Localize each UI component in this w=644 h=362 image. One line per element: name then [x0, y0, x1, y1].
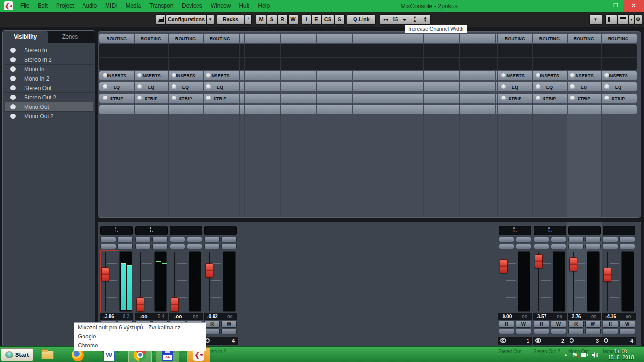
rack-cell-routing-ch8[interactable]: ROUTING — [601, 34, 636, 43]
visibility-item-stereo-out[interactable]: Stereo Out — [5, 83, 93, 93]
strip-button-2[interactable] — [204, 244, 220, 249]
fader-knob[interactable] — [535, 254, 543, 268]
fader-knob[interactable] — [500, 259, 508, 273]
automation-write-button[interactable]: W — [585, 321, 601, 328]
rack-cell-routing-ch6[interactable]: ROUTING — [532, 34, 567, 43]
automation-read-button[interactable]: R — [603, 321, 618, 328]
strip-button-0[interactable] — [603, 237, 618, 242]
strip-button-3[interactable] — [221, 244, 237, 249]
rack-bypass-led-icon[interactable] — [501, 84, 506, 89]
rack-cell-inserts-ch6[interactable]: INSERTS — [532, 71, 567, 80]
rack-bypass-led-icon[interactable] — [103, 73, 107, 78]
channel-visible-dot-icon[interactable] — [10, 66, 16, 72]
strip-button-0[interactable] — [100, 237, 116, 242]
strip-button-2[interactable] — [534, 244, 549, 249]
automation-write-button[interactable]: W — [221, 321, 237, 328]
strip-button-0[interactable] — [534, 237, 549, 242]
fader-knob[interactable] — [569, 257, 577, 272]
pan-control[interactable]: C — [135, 226, 168, 235]
strip-button-2[interactable] — [568, 244, 584, 249]
qlink-button[interactable]: Q-Link — [347, 14, 376, 25]
rack-cell-eq-ch3[interactable]: EQ — [168, 82, 203, 91]
rack-bypass-led-icon[interactable] — [501, 96, 506, 100]
strip-lower-button-0[interactable] — [603, 329, 618, 334]
toolbar-button-s[interactable]: S — [334, 14, 345, 25]
rack-cell-eq-ch8[interactable]: EQ — [601, 82, 636, 91]
rack-cell-eq-ch6[interactable]: EQ — [532, 82, 567, 91]
pan-control[interactable]: C — [100, 226, 133, 235]
strip-button-1[interactable] — [187, 237, 202, 242]
menu-project[interactable]: Project — [52, 0, 78, 12]
visibility-item-mono-out-2[interactable]: Mono Out 2 — [5, 112, 93, 121]
automation-write-button[interactable]: W — [551, 321, 566, 328]
menu-help[interactable]: Help — [254, 0, 274, 12]
channel-visible-dot-icon[interactable] — [10, 114, 16, 119]
strip-button-1[interactable] — [152, 237, 168, 242]
strip-lower-button-1[interactable] — [585, 329, 601, 334]
peak-db-value[interactable]: -oo — [551, 314, 567, 319]
rack-bypass-led-icon[interactable] — [172, 84, 176, 89]
strip-button-3[interactable] — [585, 244, 601, 249]
rack-cell-inserts-ch7[interactable]: INSERTS — [567, 71, 601, 80]
toolbar-button-w[interactable]: W — [288, 14, 298, 25]
strip-lower-button-1[interactable] — [619, 329, 635, 334]
strip-button-2[interactable] — [499, 244, 514, 249]
strip-button-0[interactable] — [499, 237, 514, 242]
automation-read-button[interactable]: R — [534, 321, 549, 328]
menu-audio[interactable]: Audio — [78, 0, 101, 12]
strip-button-1[interactable] — [619, 237, 635, 242]
tab-zones[interactable]: Zones — [48, 31, 92, 43]
strip-button-1[interactable] — [585, 237, 601, 242]
automation-read-button[interactable]: R — [499, 321, 514, 328]
strip-button-0[interactable] — [568, 237, 584, 242]
decrease-channel-width-button[interactable]: ▸◂ — [381, 14, 390, 25]
menu-file[interactable]: File — [16, 0, 33, 12]
fader-db-value[interactable]: -4.16 — [602, 314, 619, 319]
menu-edit[interactable]: Edit — [33, 0, 52, 12]
rack-bypass-led-icon[interactable] — [604, 73, 609, 78]
toolbar-button-s[interactable]: S — [267, 14, 277, 25]
visibility-item-stereo-in-2[interactable]: Stereo In 2 — [5, 55, 93, 65]
channel-visible-dot-icon[interactable] — [10, 104, 16, 109]
rack-cell-routing-ch5[interactable]: ROUTING — [498, 34, 532, 43]
rack-bypass-led-icon[interactable] — [536, 84, 540, 89]
rack-cell-routing-ch3[interactable]: ROUTING — [168, 34, 203, 43]
visibility-item-stereo-in[interactable]: Stereo In — [5, 46, 93, 55]
rack-bypass-led-icon[interactable] — [206, 73, 211, 78]
peak-db-value[interactable]: -oo — [619, 314, 636, 319]
restore-button[interactable]: ❐ — [609, 0, 622, 12]
rack-cell-strip-ch4[interactable]: STRIP — [203, 94, 237, 103]
start-button[interactable]: Start — [1, 348, 33, 361]
pan-control[interactable] — [603, 226, 635, 235]
configurations-button[interactable]: Configurations — [166, 14, 206, 25]
fader-db-value[interactable]: 3.57 — [533, 314, 551, 319]
automation-write-button[interactable]: W — [619, 321, 635, 328]
toolbar-button-r[interactable]: R — [277, 14, 288, 25]
rack-bypass-led-icon[interactable] — [501, 73, 506, 78]
rack-bypass-led-icon[interactable] — [206, 96, 211, 100]
menu-window[interactable]: Window — [206, 0, 235, 12]
routing-slots-area[interactable] — [99, 44, 637, 70]
toolbar-button-i[interactable]: I — [302, 14, 311, 25]
visibility-item-stereo-out-2[interactable]: Stereo Out 2 — [5, 93, 93, 102]
rack-bypass-led-icon[interactable] — [536, 73, 540, 78]
rack-bypass-led-icon[interactable] — [570, 96, 575, 100]
peak-db-value[interactable]: -oo — [516, 314, 532, 319]
strip-button-3[interactable] — [619, 244, 635, 249]
toolbar-button-m[interactable]: M — [256, 14, 266, 25]
fader-track[interactable] — [209, 252, 210, 311]
channel-visible-dot-icon[interactable] — [10, 76, 16, 81]
rack-bypass-led-icon[interactable] — [137, 84, 142, 89]
rack-cell-eq-ch1[interactable]: EQ — [99, 82, 134, 91]
strip-button-3[interactable] — [117, 244, 133, 249]
fader-knob[interactable] — [171, 297, 179, 312]
channel-visible-dot-icon[interactable] — [10, 95, 16, 100]
rack-cell-strip-ch1[interactable]: STRIP — [99, 94, 134, 103]
strip-button-2[interactable] — [603, 244, 618, 249]
rack-cell-inserts-ch1[interactable]: INSERTS — [99, 71, 134, 80]
strip-button-1[interactable] — [117, 237, 133, 242]
automation-write-button[interactable]: W — [516, 321, 531, 328]
strip-button-3[interactable] — [152, 244, 168, 249]
menu-midi[interactable]: MIDI — [101, 0, 121, 12]
fader-knob[interactable] — [101, 267, 109, 281]
